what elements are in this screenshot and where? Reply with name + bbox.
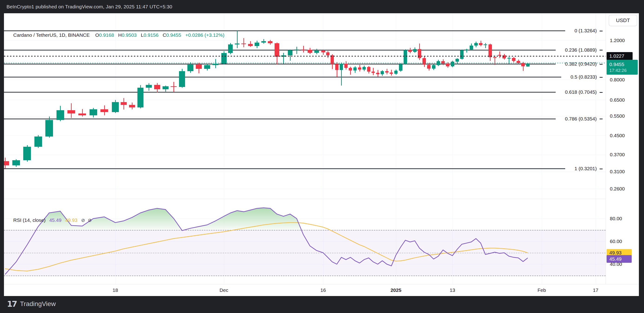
candle [460, 50, 464, 59]
candle-wick [494, 56, 495, 65]
price-axis-label: 0.3700 [610, 152, 625, 158]
change-value: +0.0286 (+3.12%) [185, 32, 224, 38]
time-axis-label: 13 [450, 288, 455, 293]
candle [23, 147, 31, 160]
candle [376, 73, 380, 74]
candle [138, 88, 144, 108]
candle [512, 58, 516, 61]
ohlc-close: C0.9455 [163, 32, 181, 38]
candle [314, 51, 319, 53]
price-axis-label: 0.2600 [610, 186, 625, 192]
price-axis-label: 0.8000 [610, 77, 625, 82]
candle [498, 55, 501, 56]
candle [90, 109, 97, 115]
tradingview-snapshot: BeInCrypto1 published on TradingView.com… [0, 0, 644, 313]
candle [362, 67, 366, 70]
candle [261, 41, 266, 42]
bar-countdown: 17:42:26 [609, 68, 638, 74]
candle [344, 64, 348, 68]
candle [78, 114, 86, 115]
candle [248, 44, 253, 46]
candle [268, 41, 272, 43]
ohlc-open: O0.9168 [95, 32, 114, 38]
rsi-legend[interactable]: RSI (14, close) 45.49 49.93 ⊘⊘ [13, 218, 94, 223]
candle [241, 44, 246, 44]
candle-wick [244, 38, 244, 47]
rsi-ma-value: 49.93 [65, 218, 78, 223]
price-line-badge: 1.0227 [606, 52, 632, 60]
candle [171, 86, 177, 87]
candle [488, 44, 492, 57]
last-price-badge: 0.9455 17:42:26 [606, 60, 638, 75]
candle [446, 64, 450, 66]
candle [196, 65, 202, 69]
hidden-value-icon: ⊘⊘ [81, 218, 94, 223]
rsi-value: 45.49 [49, 218, 62, 223]
candle [121, 102, 127, 105]
candle [326, 52, 330, 55]
candle [221, 53, 227, 64]
candle [288, 50, 292, 55]
footer-bar: 17 TradingView [0, 296, 644, 313]
candle [465, 50, 468, 50]
time-axis-label: Feb [538, 288, 546, 293]
candle [308, 50, 312, 53]
time-axis-label: 2025 [390, 288, 402, 293]
candle [507, 58, 511, 58]
candle [228, 44, 233, 53]
chart-area[interactable]: 0 (1.3264)0.236 (1.0889)0.382 (0.9420)0.… [4, 13, 639, 296]
currency-toggle-button[interactable]: USDT [609, 15, 637, 26]
candle [474, 43, 478, 46]
candle [4, 161, 9, 165]
attribution-text: BeInCrypto1 published on TradingView.com… [6, 4, 172, 10]
candle [154, 85, 160, 89]
candle [354, 68, 357, 70]
candle [526, 64, 530, 66]
candle [380, 71, 384, 74]
candle [349, 68, 352, 70]
time-axis-label: 18 [112, 288, 118, 293]
candle [274, 43, 279, 57]
candle [418, 49, 421, 58]
time-axis-label: Dec [220, 288, 228, 293]
price-axis[interactable]: USDT 1.20000.80000.65000.55000.45000.370… [606, 13, 639, 296]
candle [413, 49, 416, 52]
candle-wick [283, 53, 284, 64]
candle [321, 51, 325, 52]
last-price-line [4, 63, 606, 63]
candle [521, 63, 525, 66]
time-axis[interactable]: 18Dec16202513Feb17 [4, 284, 639, 296]
candle [479, 43, 482, 45]
symbol-legend[interactable]: Cardano / TetherUS, 1D, BINANCE O0.9168 … [13, 32, 224, 38]
candle [394, 71, 398, 74]
tradingview-brand[interactable]: TradingView [20, 300, 56, 308]
price-axis-label: 0.5500 [610, 113, 625, 119]
candle [56, 110, 64, 120]
candle [427, 65, 430, 69]
candle-wick [485, 43, 486, 48]
candle [399, 64, 402, 71]
rsi-axis-label: 60.00 [610, 238, 622, 244]
candle [100, 109, 108, 112]
candle [422, 58, 426, 65]
candle [204, 65, 210, 69]
candle [12, 160, 20, 165]
time-axis-label: 16 [320, 288, 326, 293]
candle-wick [303, 46, 304, 52]
candle [179, 71, 185, 87]
tradingview-logo-icon[interactable]: 17 [7, 299, 16, 308]
price-axis-label: 0.6500 [610, 97, 625, 103]
rsi-axis-label: 80.00 [610, 216, 622, 222]
pane-separator[interactable] [4, 199, 639, 199]
candle [408, 50, 412, 52]
candle [34, 136, 42, 147]
candle [470, 46, 473, 49]
candle [188, 65, 194, 72]
candle [335, 64, 338, 70]
ohlc-low: L0.9156 [141, 32, 158, 38]
symbol-title: Cardano / TetherUS, 1D, BINANCE [13, 32, 90, 38]
candle [367, 67, 370, 72]
candle [358, 68, 361, 69]
rsi-value-badge: 45.49 [606, 255, 632, 263]
price-axis-label: 0.4500 [610, 133, 625, 138]
